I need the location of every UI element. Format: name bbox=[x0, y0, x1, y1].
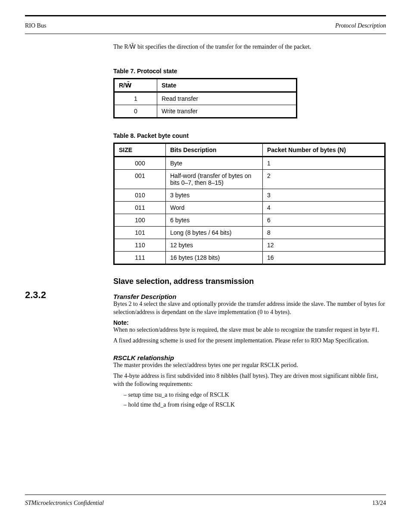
body-para-2b: The 4-byte address is first subdivided i… bbox=[113, 372, 385, 389]
table-packet-byte-count: SIZE Bits Description Packet Number of b… bbox=[113, 143, 386, 265]
subsection-heading-1: Transfer Description bbox=[113, 293, 385, 300]
table-protocol-state: R/W̄ State 1 Read transfer 0 Write trans… bbox=[113, 78, 297, 118]
table2-caption: Table 8. Packet byte count bbox=[113, 132, 385, 139]
table-row: 000Byte1 bbox=[114, 156, 385, 169]
section-number: 2.3.2 bbox=[25, 289, 46, 301]
t1-h0: R/W̄ bbox=[114, 78, 157, 92]
header-right: Protocol Description bbox=[335, 22, 386, 29]
table-row: 11116 bytes (128 bits)16 bbox=[114, 251, 385, 264]
note-heading: Note: bbox=[113, 319, 385, 326]
table-row: 0 Write transfer bbox=[114, 105, 297, 118]
footer-left: STMicroelectronics Confidential bbox=[25, 500, 104, 507]
table-row: 011Word4 bbox=[114, 201, 385, 214]
bullet-list: setup time tsu_a to rising edge of RSCLK… bbox=[113, 391, 385, 409]
table-row: 1006 bytes6 bbox=[114, 214, 385, 226]
header-left: RIO Bus bbox=[25, 22, 46, 29]
header-rule-thin bbox=[25, 34, 386, 34]
table-row: 1 Read transfer bbox=[114, 92, 297, 105]
table-row: 001Half-word (transfer of bytes on bits … bbox=[114, 169, 385, 189]
t1-h1: State bbox=[157, 78, 297, 92]
table-row: 11012 bytes12 bbox=[114, 239, 385, 251]
subsection-heading-2: RSCLK relationship bbox=[113, 354, 385, 361]
table-row: 0103 bytes3 bbox=[114, 189, 385, 201]
t2-h0: SIZE bbox=[114, 143, 166, 156]
t2-h1: Bits Description bbox=[166, 143, 263, 156]
section-heading: Slave selection, address transmission bbox=[113, 277, 385, 286]
body-para-1: Bytes 2 to 4 select the slave and option… bbox=[113, 300, 385, 317]
table1-caption: Table 7. Protocol state bbox=[113, 68, 385, 75]
list-item: hold time thd_a from rising edge of RSCL… bbox=[124, 401, 385, 409]
footer-right: 13/24 bbox=[372, 500, 386, 507]
intro-paragraph: The R/W̄ bit specifies the direction of … bbox=[113, 43, 385, 51]
table-row: 101Long (8 bytes / 64 bits)8 bbox=[114, 226, 385, 239]
footer-rule bbox=[25, 495, 386, 495]
header-rule-thick bbox=[25, 15, 386, 16]
list-item: setup time tsu_a to rising edge of RSCLK bbox=[124, 391, 385, 399]
t2-h2: Packet Number of bytes (N) bbox=[263, 143, 385, 156]
note-2: A fixed addressing scheme is used for th… bbox=[113, 337, 385, 345]
note-1: When no selection/address byte is requir… bbox=[113, 326, 385, 334]
body-para-2a: The master provides the select/address b… bbox=[113, 361, 385, 370]
